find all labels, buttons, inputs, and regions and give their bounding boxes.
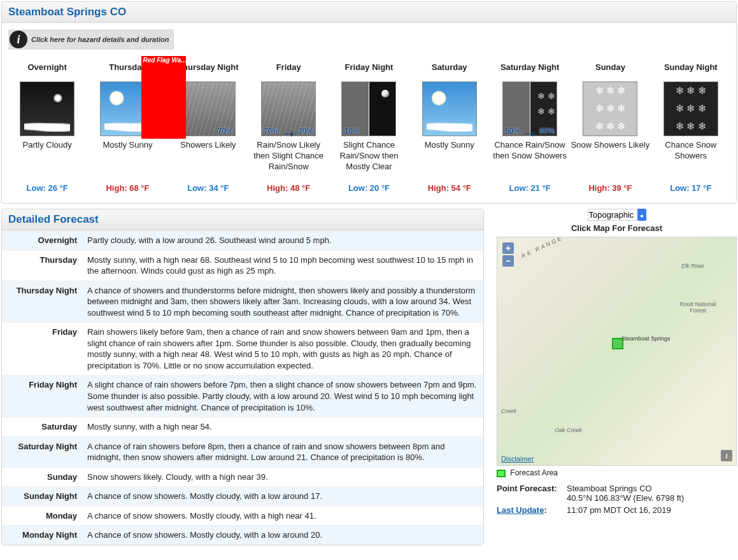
point-forecast-meta: Point Forecast: Steamboat Springs CO 40.… — [497, 484, 737, 515]
detail-text: Mostly sunny, with a high near 54. — [82, 417, 483, 437]
pop-label: 50% — [504, 127, 521, 136]
last-update-value: 11:07 pm MDT Oct 16, 2019 — [567, 505, 671, 515]
detail-period: Friday — [2, 323, 82, 375]
forecast-tombstone-row: OvernightPartly CloudyLow: 26 °FRed Flag… — [2, 56, 736, 203]
forecast-tombstone[interactable]: Sunday NightChance Snow ShowersLow: 17 °… — [651, 56, 730, 193]
forecast-tombstone[interactable]: SaturdayMostly SunnyHigh: 54 °F — [410, 56, 489, 193]
point-forecast-label: Point Forecast: — [497, 484, 567, 503]
forecast-icon: 50%80% — [502, 81, 557, 136]
detail-period: Friday Night — [2, 375, 82, 417]
forecast-icon — [20, 81, 75, 136]
detail-text: A chance of snow showers. Mostly cloudy,… — [82, 506, 483, 526]
detail-row: Saturday NightA chance of rain showers b… — [2, 437, 483, 467]
detail-row: OvernightPartly cloudy, with a low aroun… — [2, 231, 483, 251]
detailed-forecast-table: OvernightPartly cloudy, with a low aroun… — [2, 230, 483, 545]
detail-period: Sunday — [2, 467, 82, 487]
forecast-tombstone[interactable]: Friday Night10%Slight Chance Rain/Snow t… — [329, 56, 408, 193]
short-forecast: Chance Rain/Snow then Snow Showers — [490, 139, 569, 179]
forecast-tombstone[interactable]: Friday70%20%Rain/Snow Likely then Slight… — [249, 56, 328, 193]
map-creek1-label: Creek — [501, 408, 516, 414]
pop-label: 70% — [217, 127, 234, 136]
map-controls: Topographic Click Map For Forecast — [497, 209, 737, 233]
forecast-map[interactable]: + − RK RANGE Elk River Routt National Fo… — [497, 237, 737, 466]
detail-period: Sunday Night — [2, 487, 82, 507]
period-temp: Low: 34 °F — [169, 183, 248, 193]
detail-text: A chance of snow showers. Mostly cloudy,… — [82, 487, 483, 507]
disclaimer-link[interactable]: Disclaimer — [501, 455, 534, 463]
forecast-icon — [663, 81, 718, 136]
detail-text: A chance of showers and thunderstorms be… — [82, 281, 483, 323]
detail-period: Saturday Night — [2, 437, 82, 467]
forecast-tombstone[interactable]: SundaySnow Showers LikelyHigh: 39 °F — [571, 56, 649, 193]
map-info-button[interactable]: i — [721, 450, 732, 461]
period-temp: High: 48 °F — [249, 183, 328, 193]
short-forecast: Rain/Snow Likely then Slight Chance Rain… — [249, 139, 328, 179]
detail-text: A slight chance of rain showers before 7… — [82, 375, 483, 417]
period-name: Friday Night — [329, 56, 408, 79]
detail-row: FridayRain showers likely before 9am, th… — [2, 323, 483, 375]
map-creek2-label: Oak Creek — [555, 427, 582, 433]
period-name: Saturday Night — [490, 56, 569, 79]
point-forecast-value: Steamboat Springs CO 40.5°N 106.83°W (El… — [567, 484, 684, 503]
period-name: Saturday — [410, 56, 489, 79]
map-town-label: Steamboat Springs — [621, 335, 671, 342]
detail-text: Partly cloudy, with a low around 26. Sou… — [82, 231, 483, 251]
forecast-area-label: Forecast Area — [510, 468, 558, 477]
detail-text: Rain showers likely before 9am, then a c… — [82, 323, 483, 375]
period-name: Sunday — [571, 56, 649, 79]
hazard-details-link[interactable]: i Click here for hazard details and dura… — [8, 29, 174, 50]
detail-period: Thursday Night — [2, 281, 82, 323]
detail-text: Mostly sunny, with a high near 68. South… — [82, 250, 483, 281]
detail-text: Snow showers likely. Cloudy, with a high… — [82, 467, 483, 487]
forecast-tombstone[interactable]: Saturday Night50%80%Chance Rain/Snow the… — [490, 56, 569, 193]
forecast-area-legend: Forecast Area — [497, 468, 737, 477]
click-map-label: Click Map For Forecast — [497, 223, 737, 233]
short-forecast: Mostly Sunny — [410, 139, 489, 179]
short-forecast: Mostly Sunny — [88, 139, 167, 179]
map-range-label: RK RANGE — [520, 237, 564, 260]
period-temp: Low: 26 °F — [8, 183, 87, 193]
forecast-icon: 10% — [341, 81, 396, 136]
forecast-tombstone[interactable]: OvernightPartly CloudyLow: 26 °F — [8, 56, 87, 193]
period-name: Sunday Night — [651, 56, 730, 79]
detail-row: Thursday NightA chance of showers and th… — [2, 281, 483, 323]
detail-row: Monday NightA chance of snow showers. Mo… — [2, 526, 483, 545]
pop-label: 10% — [343, 127, 360, 136]
info-icon: i — [10, 31, 27, 48]
pop-label: 70% — [263, 127, 280, 136]
red-flag-warning[interactable]: Red Flag Wa... — [141, 56, 186, 139]
forecast-icon — [422, 81, 477, 136]
period-temp: Low: 20 °F — [329, 183, 408, 193]
detail-row: Friday NightA slight chance of rain show… — [2, 375, 483, 417]
map-forest-label: Routt National Forest — [679, 301, 717, 314]
period-temp: Low: 17 °F — [651, 183, 730, 193]
zoom-out-button[interactable]: − — [502, 255, 514, 267]
detail-period: Monday — [2, 506, 82, 526]
forecast-tombstone[interactable]: Red Flag Wa...ThursdayMostly SunnyHigh: … — [88, 56, 167, 193]
detailed-forecast-panel: Detailed Forecast OvernightPartly cloudy… — [1, 209, 484, 545]
hazard-text: Click here for hazard details and durati… — [31, 36, 169, 43]
detail-period: Saturday — [2, 417, 82, 437]
forecast-area-swatch — [497, 470, 506, 477]
basemap-select[interactable]: Topographic — [588, 209, 646, 221]
short-forecast: Chance Snow Showers — [651, 139, 730, 179]
map-river-label: Elk River — [681, 263, 704, 269]
detail-period: Monday Night — [2, 526, 82, 545]
detail-row: ThursdayMostly sunny, with a high near 6… — [2, 250, 483, 281]
detailed-forecast-title: Detailed Forecast — [2, 209, 483, 230]
period-temp: High: 54 °F — [410, 183, 489, 193]
forecast-icon: 70%20% — [261, 81, 316, 136]
detail-row: SundaySnow showers likely. Cloudy, with … — [2, 467, 483, 487]
zoom-in-button[interactable]: + — [502, 242, 514, 254]
detail-text: A chance of rain showers before 8pm, the… — [82, 437, 483, 467]
forecast-icon: 70% — [181, 81, 236, 136]
detail-row: Sunday NightA chance of snow showers. Mo… — [2, 487, 483, 507]
short-forecast: Partly Cloudy — [8, 139, 87, 179]
period-temp: High: 68 °F — [88, 183, 167, 193]
seven-day-panel: Steamboat Springs CO i Click here for ha… — [1, 1, 737, 204]
period-name: Friday — [249, 56, 328, 79]
last-update-link[interactable]: Last Update — [497, 505, 544, 515]
period-name: Overnight — [8, 56, 87, 79]
forecast-icon — [583, 81, 637, 136]
detail-period: Thursday — [2, 250, 82, 281]
